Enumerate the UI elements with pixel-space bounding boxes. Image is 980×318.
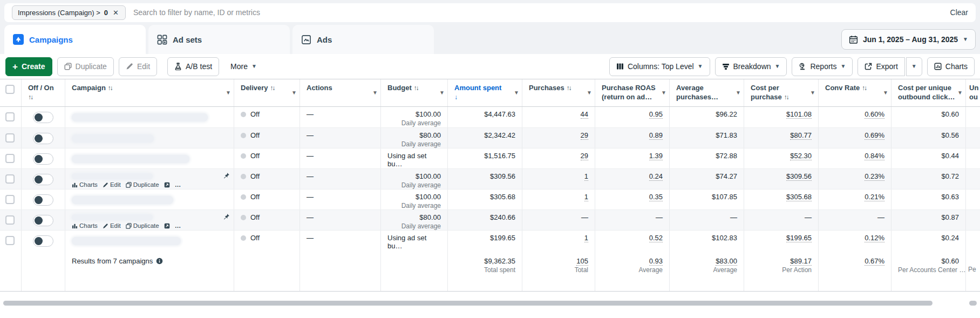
summary-cost-per-purchase-value[interactable]: $89.17 (790, 257, 812, 266)
roas[interactable]: 0.24 (649, 172, 663, 181)
edit-button[interactable]: Edit (119, 57, 157, 76)
date-range-picker[interactable]: Jun 1, 2025 – Aug 31, 2025 ▼ (841, 29, 976, 50)
column-header-budget[interactable]: Budget ↑↓ ▼ (381, 79, 448, 106)
campaign-toggle[interactable] (33, 174, 53, 185)
purchases[interactable]: 1 (584, 172, 588, 181)
info-icon[interactable] (156, 258, 163, 265)
reports-button[interactable]: Reports ▼ (792, 57, 853, 76)
roas[interactable]: 0.95 (649, 110, 663, 119)
row-edit-button[interactable]: Edit (103, 222, 121, 229)
summary-purchases-value[interactable]: 105 (576, 257, 588, 266)
column-header-off-on[interactable]: Off / On ↑↓ (22, 79, 65, 106)
row-checkbox[interactable] (5, 215, 15, 225)
chevron-down-icon[interactable]: ▼ (587, 90, 592, 96)
summary-conv-rate-value[interactable]: 0.67% (865, 257, 884, 266)
search-input[interactable] (133, 8, 943, 17)
roas[interactable]: 0.89 (649, 131, 663, 140)
campaign-name-cell[interactable] (65, 231, 234, 251)
chevron-down-icon[interactable]: ▼ (439, 90, 445, 96)
duplicate-button[interactable]: Duplicate (57, 57, 114, 76)
row-checkbox[interactable] (5, 133, 15, 143)
row-checkbox[interactable] (5, 236, 15, 245)
row-more-button[interactable]: … (175, 181, 182, 188)
column-header-campaign[interactable]: Campaign ↑↓ ▼ (65, 79, 234, 106)
row-share-button[interactable] (164, 223, 170, 229)
column-header-average-purchases[interactable]: Average purchases… ▼ (670, 79, 744, 106)
purchases[interactable]: 1 (584, 193, 588, 201)
ab-test-button[interactable]: A/B test (167, 57, 219, 76)
filter-chip-impressions[interactable]: Impressions (Campaign) > 0 ✕ (12, 5, 126, 20)
tab-campaigns[interactable]: Campaigns (4, 25, 146, 54)
chevron-down-icon[interactable]: ▼ (291, 90, 297, 96)
campaign-name-cell[interactable] (65, 148, 234, 168)
column-header-cost-per-purchase[interactable]: Cost per purchase ↑↓ ▼ (744, 79, 819, 106)
cost_per_purchase[interactable]: $80.77 (790, 131, 812, 140)
search-filter-bar[interactable]: Impressions (Campaign) > 0 ✕ Clear (4, 3, 976, 22)
cost_per_purchase[interactable]: $309.56 (786, 172, 812, 181)
select-all-checkbox[interactable] (5, 85, 15, 94)
campaign-name-cell[interactable] (65, 107, 234, 127)
conv_rate[interactable]: 0.21% (865, 193, 884, 201)
conv_rate[interactable]: 0.23% (865, 172, 884, 181)
row-charts-button[interactable]: Charts (72, 181, 98, 188)
tab-ad-sets[interactable]: Ad sets (148, 25, 290, 54)
row-duplicate-button[interactable]: Duplicate (126, 222, 159, 229)
column-header-actions[interactable]: Actions ▼ (300, 79, 381, 106)
column-header-purchases[interactable]: Purchases ↑↓ ▼ (522, 79, 595, 106)
export-button[interactable]: Export (858, 57, 904, 76)
roas[interactable]: 1.39 (649, 152, 663, 160)
tab-ads[interactable]: Ads (292, 25, 434, 54)
horizontal-scrollbar[interactable] (3, 301, 933, 306)
chevron-down-icon[interactable]: ▼ (372, 90, 378, 96)
chevron-down-icon[interactable]: ▼ (736, 90, 741, 96)
more-button[interactable]: More ▼ (224, 57, 263, 76)
chevron-down-icon[interactable]: ▼ (883, 90, 888, 96)
row-duplicate-button[interactable]: Duplicate (126, 181, 159, 188)
row-edit-button[interactable]: Edit (103, 181, 121, 188)
summary-roas-value[interactable]: 0.93 (649, 257, 663, 266)
summary-average-purchases-value[interactable]: $83.00 (716, 257, 737, 266)
chevron-down-icon[interactable]: ▼ (957, 90, 963, 96)
column-header-cost-per-unique-outbound-click[interactable]: Cost per unique outbound click… ▼ (891, 79, 966, 106)
conv_rate[interactable]: 0.69% (865, 131, 884, 140)
row-share-button[interactable] (164, 182, 170, 188)
breakdown-button[interactable]: Breakdown ▼ (715, 57, 787, 76)
roas[interactable]: 0.52 (649, 234, 663, 242)
clear-filters-button[interactable]: Clear (950, 8, 968, 17)
row-charts-button[interactable]: Charts (72, 222, 98, 229)
charts-button[interactable]: Charts (927, 57, 975, 76)
campaign-toggle[interactable] (33, 215, 53, 226)
column-header-purchase-roas[interactable]: Purchase ROAS (return on ad… ▼ (595, 79, 670, 106)
campaign-toggle[interactable] (33, 133, 53, 144)
row-checkbox[interactable] (5, 112, 15, 121)
chevron-down-icon[interactable]: ▼ (661, 90, 666, 96)
row-more-button[interactable]: … (175, 222, 182, 229)
row-checkbox[interactable] (5, 195, 15, 204)
row-checkbox[interactable] (5, 174, 15, 184)
campaign-name-cell[interactable]: Charts Edit Duplicate … (65, 210, 234, 230)
conv_rate[interactable]: 0.12% (865, 234, 884, 242)
campaign-name-cell[interactable] (65, 190, 234, 209)
cost_per_purchase[interactable]: $305.68 (786, 193, 812, 201)
export-options-button[interactable]: ▼ (906, 57, 922, 76)
campaign-name-cell[interactable] (65, 128, 234, 148)
campaign-name-cell[interactable]: Charts Edit Duplicate … (65, 169, 234, 189)
scrollbar-end-nub[interactable] (969, 301, 977, 306)
chevron-down-icon[interactable]: ▼ (226, 90, 231, 96)
purchases[interactable]: 1 (584, 234, 588, 242)
close-icon[interactable]: ✕ (112, 9, 120, 17)
purchases[interactable]: 29 (581, 131, 588, 140)
cost_per_purchase[interactable]: $199.65 (786, 234, 812, 242)
campaign-toggle[interactable] (33, 194, 53, 206)
purchases[interactable]: 29 (581, 152, 588, 160)
row-checkbox[interactable] (5, 154, 15, 163)
purchases[interactable]: 44 (581, 110, 588, 119)
conv_rate[interactable]: 0.60% (865, 110, 884, 119)
column-header-conv-rate[interactable]: Conv Rate ↑↓ ▼ (819, 79, 891, 106)
cost_per_purchase[interactable]: $101.08 (786, 110, 812, 119)
columns-button[interactable]: Columns: Top Level ▼ (609, 57, 710, 76)
column-header-amount-spent[interactable]: Amount spent ↓ ▼ (448, 79, 522, 106)
chevron-down-icon[interactable]: ▼ (514, 90, 519, 96)
create-button[interactable]: + Create (5, 57, 52, 76)
conv_rate[interactable]: 0.84% (865, 152, 884, 160)
